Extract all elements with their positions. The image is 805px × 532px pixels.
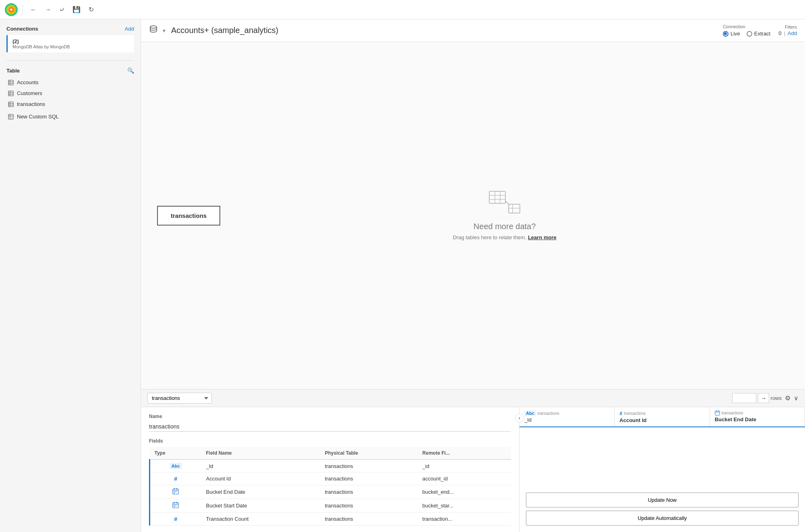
refresh-button[interactable]: ↻ (86, 4, 96, 15)
fields-header-row: Type Field Name Physical Table Remote Fi… (150, 447, 511, 460)
db-icon (149, 25, 158, 36)
main-title: Accounts+ (sample_analytics) (171, 26, 278, 35)
rows-input[interactable] (732, 393, 756, 403)
field-name: Bucket Start Date (201, 499, 320, 513)
toolbar: ← → ⤾ 💾 ↻ (0, 0, 805, 19)
sidebar-item-transactions-label: transactions (17, 101, 45, 107)
field-remote-fi: transaction... (418, 513, 511, 526)
extract-radio[interactable]: Extract (747, 31, 770, 37)
main-header: ▾ Accounts+ (sample_analytics) Connectio… (141, 19, 805, 42)
field-type: # (150, 513, 201, 526)
rows-input-group: → rows (732, 393, 782, 403)
name-input[interactable] (149, 422, 511, 432)
canvas-top: transactions (141, 42, 805, 389)
field-physical-table: transactions (320, 513, 418, 526)
filters-label: Filters (785, 25, 797, 29)
panel-collapse-button[interactable]: ‹ (515, 414, 524, 422)
learn-more-link[interactable]: Learn more (528, 234, 557, 240)
app-logo (5, 3, 18, 16)
fields-section: Name Fields Type Field Name Physical Tab… (141, 407, 519, 532)
canvas-area: transactions (141, 42, 805, 532)
need-more-title: Need more data? (474, 222, 536, 231)
grid-collapse-button[interactable]: ∨ (794, 394, 799, 402)
need-more-data: Need more data? Drag tables here to rela… (220, 190, 789, 240)
table-search-button[interactable]: 🔍 (127, 67, 134, 74)
back-button[interactable]: ← (28, 4, 39, 15)
field-remote-fi: account_id (418, 472, 511, 485)
connections-section: Connections Add (2) MongoDB Atlas by Mon… (0, 19, 141, 57)
svg-rect-8 (8, 102, 13, 107)
main-content: ▾ Accounts+ (sample_analytics) Connectio… (141, 0, 805, 532)
field-row[interactable]: # Transaction Count transactions transac… (150, 513, 511, 526)
transactions-table-card[interactable]: transactions (157, 206, 220, 226)
column-header-cell: # transactions Account Id (615, 407, 710, 426)
sidebar-item-accounts[interactable]: Accounts (6, 77, 134, 88)
sidebar-divider (6, 60, 134, 61)
connections-add[interactable]: Add (125, 26, 134, 32)
field-type (150, 499, 201, 513)
col-header-field-name: Field Name (201, 447, 320, 460)
filters-add[interactable]: Add (788, 30, 797, 36)
connection-num: (2) (12, 38, 129, 44)
connection-item[interactable]: (2) MongoDB Atlas by MongoDB (6, 35, 134, 52)
history-button[interactable]: ⤾ (57, 4, 67, 15)
field-row[interactable]: # Account Id transactions account_id (150, 472, 511, 485)
sidebar: Connections Add (2) MongoDB Atlas by Mon… (0, 0, 141, 532)
sidebar-item-transactions[interactable]: transactions (6, 99, 134, 110)
header-right: Connection Live Extract Filters (723, 24, 797, 37)
field-physical-table: transactions (320, 485, 418, 499)
field-remote-fi: bucket_end... (418, 485, 511, 499)
sidebar-item-customers[interactable]: Customers (6, 88, 134, 99)
svg-point-16 (150, 26, 157, 28)
db-tables-illustration (488, 190, 521, 219)
update-now-button[interactable]: Update Now (526, 493, 799, 507)
svg-rect-17 (489, 191, 505, 203)
live-radio-circle (723, 31, 728, 37)
field-row[interactable]: Bucket End Date transactions bucket_end.… (150, 485, 511, 499)
filters-group: Filters 0 | Add (778, 25, 797, 36)
svg-rect-37 (176, 505, 176, 506)
connections-title: Connections (6, 26, 38, 32)
svg-rect-22 (509, 204, 520, 213)
forward-button[interactable]: → (42, 4, 54, 15)
save-button[interactable]: 💾 (70, 4, 83, 15)
sidebar-item-customers-label: Customers (17, 90, 42, 96)
custom-sql-label: New Custom SQL (17, 114, 59, 120)
table-icon-customers (8, 91, 14, 96)
field-name: Transaction Count (201, 513, 320, 526)
sidebar-item-accounts-label: Accounts (17, 79, 38, 85)
field-physical-table: transactions (320, 499, 418, 513)
grid-settings-button[interactable]: ⚙ (785, 394, 791, 402)
column-headers: Abc transactions _Id # transactions Acco… (519, 407, 805, 427)
column-header-cell: Abc transactions _Id (519, 407, 615, 426)
grid-toolbar: transactions → rows ⚙ ∨ (141, 389, 805, 407)
connections-header: Connections Add (6, 26, 134, 32)
svg-rect-29 (174, 491, 175, 492)
field-name: Bucket End Date (201, 485, 320, 499)
svg-rect-31 (174, 493, 175, 493)
table-select[interactable]: transactions (147, 393, 212, 404)
connection-group: Connection Live Extract (723, 24, 770, 37)
need-more-sub: Drag tables here to relate them. Learn m… (453, 234, 556, 240)
fields-label: Fields (149, 438, 511, 444)
left-panel: ‹ Name Fields Type (141, 407, 519, 532)
live-radio[interactable]: Live (723, 31, 740, 37)
name-label: Name (149, 414, 511, 419)
field-row[interactable]: Abc _Id transactions _id (150, 460, 511, 472)
field-physical-table: transactions (320, 472, 418, 485)
custom-sql-icon: + (8, 114, 14, 120)
extract-radio-circle (747, 31, 752, 37)
field-name: _Id (201, 460, 320, 472)
sidebar-item-custom-sql[interactable]: + New Custom SQL (6, 111, 134, 122)
grid-split: ‹ Name Fields Type (141, 407, 805, 532)
svg-rect-38 (174, 506, 175, 507)
svg-rect-30 (176, 491, 176, 492)
field-row[interactable]: Bucket Start Date transactions bucket_st… (150, 499, 511, 513)
live-label: Live (731, 31, 740, 37)
rows-label: rows (771, 395, 782, 401)
table-icon-transactions (8, 101, 14, 107)
rows-arrow-button[interactable]: → (758, 393, 769, 403)
svg-rect-4 (8, 91, 13, 96)
svg-rect-39 (715, 411, 719, 416)
update-automatically-button[interactable]: Update Automatically (526, 511, 799, 526)
